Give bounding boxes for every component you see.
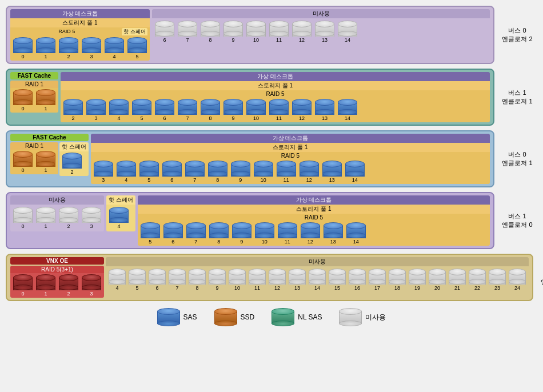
disk-14-r3: 14 (344, 161, 366, 183)
enc-label-bus0-enc2: 버스 0 엔클로저 2 (497, 26, 537, 44)
legend-unused-label: 미사용 (365, 313, 386, 322)
disk-3-r5: 3 (81, 274, 102, 297)
raid5-label-3: RAID 5 (91, 152, 490, 159)
disk-2: 2 (58, 37, 79, 59)
pool-label-3: 스토리지 풀 1 (91, 143, 490, 152)
disk-13-r4: 13 (322, 222, 344, 245)
disk-7-r5: 7 (167, 269, 187, 291)
raid5-label-4: RAID 5 (138, 214, 490, 221)
disk-9-r5: 9 (207, 269, 227, 291)
disk-14-r2: 14 (337, 99, 358, 121)
disk-4-r5: 4 (107, 269, 127, 291)
unused-label-4: 미사용 (10, 195, 104, 205)
legend-nlsas-label: NL SAS (298, 313, 322, 321)
legend-unused: 미사용 (339, 308, 386, 326)
legend-sas: SAS (157, 308, 197, 326)
raid1-label-3: RAID 1 (10, 142, 58, 150)
disk-11-r5: 11 (247, 269, 267, 291)
disk-9-r4: 9 (231, 222, 253, 245)
enc-label-bus0-enc1: 버스 0 엔클로저 1 (497, 150, 537, 168)
disk-10: 10 (245, 21, 267, 43)
enclosure-bus0-enc2: 가상 데스크톱 스토리지 풀 1 RAID 5 핫 스페어 0 1 2 3 4 … (6, 6, 537, 64)
disk-8: 8 (199, 21, 221, 43)
disk-11-r2: 11 (268, 99, 290, 121)
enclosure-bus0-enc0: VNX OE RAID 5(3+1) 0 1 2 3 미사용 4 5 6 7 8 (6, 254, 537, 301)
disk-14-r5: 14 (308, 269, 327, 291)
pool-label-2: 스토리지 풀 1 (61, 81, 490, 90)
disk-15-r5: 15 (328, 269, 347, 291)
disk-8-r4: 8 (208, 222, 230, 245)
disk-13-r2: 13 (314, 99, 336, 121)
vnx-oe-label-5: VNX OE (10, 257, 104, 265)
disk-4-r3: 4 (115, 161, 137, 183)
disk-4-r4: 4 (108, 207, 130, 229)
fast-cache-label-2: FAST Cache (10, 72, 58, 79)
disk-13: 13 (314, 21, 336, 43)
legend-ssd: SSD (214, 308, 255, 326)
disk-16-r5: 16 (348, 269, 367, 291)
disk-6-r2: 6 (154, 99, 175, 121)
disk-17-r5: 17 (368, 269, 387, 291)
disk-5-r2: 5 (131, 99, 153, 121)
disk-18-r5: 18 (388, 269, 407, 291)
disk-4: 4 (103, 37, 125, 59)
disk-0-r3: 0 (12, 151, 34, 173)
disk-12-r5: 12 (267, 269, 287, 291)
enclosure-bus1-enc0: 미사용 0 1 2 3 핫 스페어 4 가상 데스크톱 스토리지 풀 1 RAI (6, 192, 537, 249)
enc-label-bus0-enc0: 버스 0 엔클로저 0 (536, 269, 543, 286)
disk-2-r5: 2 (58, 274, 79, 297)
disk-1-r4: 1 (35, 207, 57, 229)
legend-sas-label: SAS (183, 313, 197, 321)
disk-2-r3: 2 (61, 153, 83, 175)
vd-label-4: 가상 데스크톱 (138, 195, 490, 205)
hot-spare-label-3: 핫 스페어 (59, 142, 89, 151)
disk-12-r4: 12 (300, 222, 321, 245)
disk-11-r4: 11 (277, 222, 298, 245)
enclosure-bus1-enc1: FAST Cache RAID 1 0 1 가상 데스크톱 스토리지 풀 1 R… (6, 69, 537, 126)
raid531-label-5: RAID 5(3+1) (10, 266, 104, 273)
disk-9-r2: 9 (222, 99, 244, 121)
disk-5-r3: 5 (138, 161, 160, 183)
disk-10-r4: 10 (254, 222, 276, 245)
disk-12: 12 (291, 21, 313, 43)
disk-22-r5: 22 (468, 269, 487, 291)
unused-label-5: 미사용 (106, 257, 529, 266)
disk-2-r4: 2 (58, 207, 79, 229)
disk-23-r5: 23 (488, 269, 507, 291)
disk-7-r4: 7 (185, 222, 207, 245)
disk-6-r3: 6 (161, 161, 183, 183)
legend-nlsas: NL SAS (272, 308, 322, 326)
pool-label-1: 스토리지 풀 1 (10, 18, 150, 27)
disk-0: 0 (12, 37, 34, 59)
disk-14-r4: 14 (345, 222, 367, 245)
disk-12-r3: 12 (298, 161, 320, 183)
disk-4-r2: 4 (108, 99, 130, 121)
disk-11-r3: 11 (276, 161, 297, 183)
legend-ssd-label: SSD (241, 313, 255, 321)
disk-6-r4: 6 (162, 222, 184, 245)
disk-7-r3: 7 (184, 161, 206, 183)
disk-3-r2: 3 (85, 99, 107, 121)
disk-11: 11 (268, 21, 290, 43)
vd-label-3: 가상 데스크톱 (91, 134, 490, 143)
disk-13-r5: 13 (288, 269, 307, 291)
enc-label-bus1-enc1: 버스 1 엔클로저 1 (497, 89, 537, 106)
disk-20-r5: 20 (428, 269, 447, 291)
disk-2-r2: 2 (62, 99, 84, 121)
disk-10-r5: 10 (227, 269, 247, 291)
disk-1-r3: 1 (35, 151, 57, 173)
disk-10-r3: 10 (253, 161, 274, 183)
disk-9-r3: 9 (230, 161, 251, 183)
vd-label-2: 가상 데스크톱 (61, 72, 490, 81)
raid5-label-2: RAID 5 (61, 90, 490, 98)
disk-6-r5: 6 (147, 269, 167, 291)
disk-8-r5: 8 (187, 269, 207, 291)
disk-5-r5: 5 (127, 269, 147, 291)
pool-label-4: 스토리지 풀 1 (138, 205, 490, 214)
disk-12-r2: 12 (291, 99, 313, 121)
legend: SAS SSD NL SAS 미사 (6, 308, 537, 326)
enclosure-bus0-enc1: FAST Cache RAID 1 0 1 핫 스페어 2 (6, 130, 537, 187)
disk-14: 14 (337, 21, 358, 43)
disk-10-r2: 10 (245, 99, 267, 121)
unused-label-1: 미사용 (152, 9, 490, 18)
